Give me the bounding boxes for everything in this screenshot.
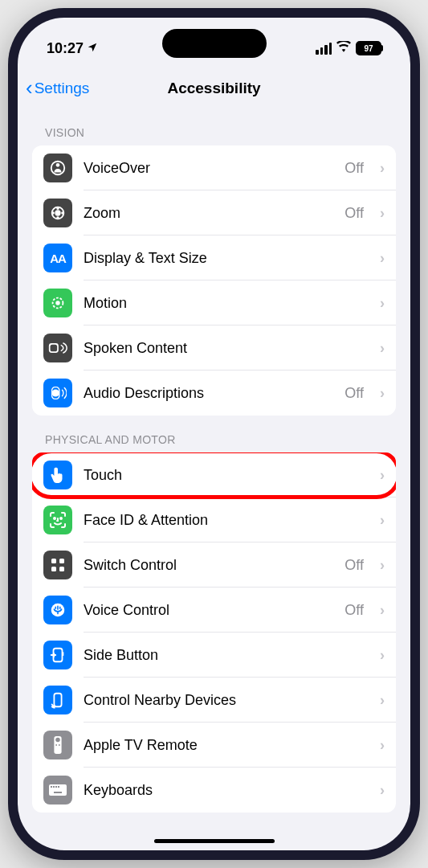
row-status: Off (344, 385, 364, 402)
dynamic-island (162, 29, 267, 58)
svg-point-7 (62, 212, 63, 214)
appletv-remote-icon (43, 731, 72, 760)
voice-control-icon (43, 596, 72, 624)
page-title: Accessibility (167, 80, 260, 97)
chevron-right-icon: › (380, 385, 385, 402)
row-label: Voice Control (84, 602, 333, 619)
row-label: Switch Control (84, 557, 333, 574)
row-motion[interactable]: Motion › (32, 280, 396, 326)
svg-point-12 (52, 389, 59, 396)
row-label: Control Nearby Devices (84, 692, 364, 709)
row-display-text-size[interactable]: AA Display & Text Size › (32, 235, 396, 280)
chevron-right-icon: › (380, 467, 385, 484)
audio-descriptions-icon (43, 379, 72, 407)
row-status: Off (344, 602, 364, 619)
status-time: 10:27 (47, 40, 84, 57)
svg-point-9 (56, 301, 59, 305)
svg-point-1 (56, 163, 60, 167)
row-label: Audio Descriptions (84, 385, 333, 402)
row-appletv-remote[interactable]: Apple TV Remote › (32, 723, 396, 768)
chevron-right-icon: › (380, 340, 385, 357)
section-header-physical: PHYSICAL AND MOTOR (32, 416, 396, 452)
row-status: Off (344, 205, 364, 222)
svg-point-5 (57, 217, 59, 219)
row-label: Touch (84, 467, 364, 484)
row-label: Face ID & Attention (84, 512, 364, 529)
row-label: Keyboards (84, 782, 364, 799)
group-physical: Touch › Face ID & Attention › Switch Con… (32, 452, 396, 813)
chevron-right-icon: › (380, 737, 385, 754)
faceid-icon (43, 506, 72, 534)
chevron-right-icon: › (380, 160, 385, 177)
text-size-icon: AA (43, 244, 72, 272)
status-left: 10:27 (47, 40, 98, 57)
svg-rect-21 (63, 652, 64, 656)
row-switch-control[interactable]: Switch Control Off › (32, 542, 396, 588)
group-vision: VoiceOver Off › Zoom Off › AA Display & … (32, 145, 396, 416)
chevron-right-icon: › (380, 512, 385, 529)
svg-point-14 (60, 518, 62, 519)
svg-point-13 (54, 518, 55, 519)
motion-icon (43, 289, 72, 317)
row-voiceover[interactable]: VoiceOver Off › (32, 145, 396, 190)
nav-header: ‹ Settings Accessibility (18, 64, 410, 108)
row-control-nearby[interactable]: Control Nearby Devices › (32, 678, 396, 723)
svg-rect-30 (55, 786, 57, 788)
svg-rect-17 (51, 567, 56, 571)
chevron-right-icon: › (380, 602, 385, 619)
row-side-button[interactable]: Side Button › (32, 633, 396, 678)
chevron-right-icon: › (380, 295, 385, 312)
chevron-left-icon: ‹ (26, 76, 33, 100)
row-status: Off (344, 557, 364, 574)
home-indicator[interactable] (154, 839, 275, 843)
battery-icon: 97 (356, 41, 381, 55)
svg-point-6 (52, 212, 54, 214)
row-label: VoiceOver (84, 160, 333, 177)
wifi-icon (336, 41, 351, 55)
row-audio-descriptions[interactable]: Audio Descriptions Off › (32, 371, 396, 416)
chevron-right-icon: › (380, 782, 385, 799)
back-button[interactable]: ‹ Settings (26, 76, 89, 100)
location-icon (87, 42, 98, 55)
side-button-icon (43, 641, 72, 669)
row-voice-control[interactable]: Voice Control Off › (32, 588, 396, 633)
svg-rect-29 (53, 786, 55, 788)
row-keyboards[interactable]: Keyboards › (32, 768, 396, 813)
chevron-right-icon: › (380, 205, 385, 222)
section-header-vision: VISION (32, 108, 396, 145)
row-label: Apple TV Remote (84, 737, 364, 754)
row-zoom[interactable]: Zoom Off › (32, 190, 396, 235)
row-label: Side Button (84, 647, 364, 664)
status-right: 97 (316, 41, 381, 55)
svg-point-26 (59, 744, 60, 746)
row-label: Motion (84, 295, 364, 312)
row-label: Zoom (84, 205, 333, 222)
switch-control-icon (43, 551, 72, 579)
row-label: Spoken Content (84, 340, 364, 357)
svg-rect-15 (51, 559, 56, 563)
row-label: Display & Text Size (84, 250, 364, 267)
svg-rect-22 (54, 694, 61, 707)
row-touch[interactable]: Touch › (32, 452, 396, 497)
svg-point-3 (55, 211, 60, 215)
svg-point-19 (51, 604, 65, 617)
battery-level: 97 (364, 44, 373, 53)
touch-icon (43, 461, 72, 489)
chevron-right-icon: › (380, 250, 385, 267)
spoken-content-icon (43, 334, 72, 362)
svg-rect-32 (54, 792, 62, 793)
chevron-right-icon: › (380, 647, 385, 664)
row-faceid[interactable]: Face ID & Attention › (32, 497, 396, 542)
keyboards-icon (43, 776, 72, 805)
screen: 10:27 97 ‹ Settings Accessibility (18, 18, 410, 850)
row-spoken-content[interactable]: Spoken Content › (32, 326, 396, 371)
svg-point-24 (55, 738, 60, 743)
svg-rect-28 (51, 786, 52, 788)
svg-rect-16 (59, 559, 64, 563)
cell-signal-icon (316, 43, 332, 55)
content-area[interactable]: VISION VoiceOver Off › Zoom Off › (18, 108, 410, 837)
svg-rect-31 (58, 786, 59, 788)
svg-point-25 (55, 744, 57, 746)
row-status: Off (344, 160, 364, 177)
back-label: Settings (35, 80, 90, 97)
